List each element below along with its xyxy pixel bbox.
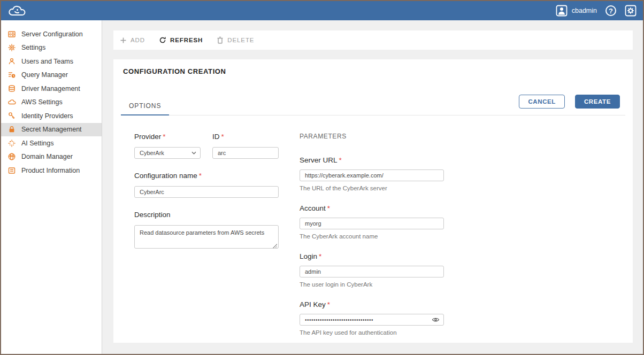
required-asterisk: * <box>339 156 342 164</box>
user-name: cbadmin <box>572 7 597 14</box>
sidebar-item-secret-management[interactable]: Secret Management <box>1 123 102 137</box>
required-asterisk: * <box>221 133 224 141</box>
account-label: Account* <box>300 204 444 212</box>
id-input[interactable] <box>212 147 279 159</box>
login-hint: The user login in CyberArk <box>300 281 444 288</box>
plus-icon <box>120 37 127 44</box>
toolbar: ADD REFRESH DELETE <box>113 30 633 50</box>
top-header-bar: cbadmin ? <box>1 1 643 20</box>
configuration-name-input[interactable] <box>134 186 279 198</box>
sidebar-item-label: AI Settings <box>21 140 53 147</box>
user-chip[interactable]: cbadmin <box>556 5 597 17</box>
trash-icon <box>217 36 224 44</box>
settings-gear-icon[interactable] <box>625 5 637 17</box>
required-asterisk: * <box>327 204 330 212</box>
required-asterisk: * <box>319 252 321 260</box>
sidebar-item-query-manager[interactable]: Query Manager <box>1 68 102 82</box>
sidebar-item-domain-manager[interactable]: Domain Manager <box>1 150 102 164</box>
cancel-button[interactable]: CANCEL <box>519 95 565 109</box>
api-key-input[interactable] <box>300 314 444 326</box>
page-title: CONFIGURATION CREATION <box>123 67 623 75</box>
sidebar-item-label: Users and Teams <box>21 58 73 65</box>
login-group: Login* The user login in CyberArk <box>300 252 444 288</box>
sidebar-item-label: AWS Settings <box>21 98 63 106</box>
key-icon <box>7 112 16 120</box>
delete-button[interactable]: DELETE <box>217 36 254 44</box>
provider-select[interactable]: CyberArk <box>134 147 201 159</box>
sidebar-item-label: Driver Management <box>21 85 80 92</box>
server-url-hint: The URL of the CyberArk server <box>300 185 444 191</box>
server-url-input[interactable] <box>300 169 444 181</box>
login-label: Login* <box>300 252 444 260</box>
server-url-label: Server URL* <box>300 156 444 164</box>
sidebar-item-label: Identity Providers <box>21 112 73 120</box>
user-avatar-icon <box>556 5 568 17</box>
eye-icon[interactable] <box>432 317 440 323</box>
server-configuration-icon <box>7 30 16 38</box>
main-area: ADD REFRESH DELETE <box>102 20 643 354</box>
sidebar-item-label: Secret Management <box>21 126 82 133</box>
configuration-creation-panel: CONFIGURATION CREATION CANCEL CREATE OPT… <box>113 59 633 343</box>
sidebar-item-label: Settings <box>21 44 45 51</box>
form-actions: CANCEL CREATE <box>519 95 620 109</box>
user-icon <box>7 57 16 66</box>
sidebar-item-users-and-teams[interactable]: Users and Teams <box>1 55 102 68</box>
login-input[interactable] <box>300 266 444 277</box>
sidebar-item-aws-settings[interactable]: AWS Settings <box>1 96 102 110</box>
form-parameters-column: PARAMETERS Server URL* The URL of the Cy… <box>300 133 444 336</box>
sidebar-item-identity-providers[interactable]: Identity Providers <box>1 109 102 123</box>
required-asterisk: * <box>199 172 202 180</box>
parameters-section-label: PARAMETERS <box>300 133 444 140</box>
sidebar-item-settings[interactable]: Settings <box>1 41 102 55</box>
configuration-form: Provider* CyberArk <box>134 133 623 336</box>
globe-icon <box>7 152 16 161</box>
help-icon[interactable]: ? <box>605 5 616 16</box>
provider-label: Provider* <box>134 133 201 141</box>
add-button[interactable]: ADD <box>120 37 145 44</box>
required-asterisk: * <box>327 300 330 308</box>
account-group: Account* The CyberArk account name <box>300 204 444 240</box>
api-key-group: API Key* T <box>300 300 444 336</box>
document-icon <box>7 166 16 175</box>
app-window: cbadmin ? <box>1 1 643 354</box>
chip-icon <box>7 139 16 148</box>
admin-sidebar: Server Configuration Settings <box>1 20 102 354</box>
sidebar-item-label: Product Information <box>21 167 80 174</box>
sidebar-item-product-information[interactable]: Product Information <box>1 164 102 178</box>
header-actions: cbadmin ? <box>556 5 637 17</box>
refresh-button[interactable]: REFRESH <box>159 36 203 44</box>
required-asterisk: * <box>163 133 165 141</box>
chevron-down-icon <box>191 151 196 155</box>
cloudbeaver-logo-icon[interactable] <box>5 3 29 19</box>
api-key-label: API Key* <box>300 300 444 308</box>
description-label: Description <box>134 211 279 219</box>
cloud-icon <box>7 98 16 106</box>
sidebar-item-label: Query Manager <box>21 71 68 79</box>
sidebar-item-server-configuration[interactable]: Server Configuration <box>1 27 102 41</box>
refresh-icon <box>159 36 166 44</box>
provider-selected-value: CyberArk <box>140 150 164 156</box>
resize-handle-icon[interactable] <box>272 243 277 248</box>
api-key-hint: The API key used for authentication <box>300 329 444 336</box>
lock-icon <box>7 125 16 134</box>
id-label: ID* <box>212 133 279 141</box>
configuration-name-label: Configuration name* <box>134 172 279 180</box>
description-textarea[interactable]: Read datasource parameters from AWS secr… <box>134 225 279 249</box>
sidebar-item-ai-settings[interactable]: AI Settings <box>1 136 102 150</box>
form-left-column: Provider* CyberArk <box>134 133 279 336</box>
sidebar-item-driver-management[interactable]: Driver Management <box>1 82 102 96</box>
server-url-group: Server URL* The URL of the CyberArk serv… <box>300 156 444 191</box>
tab-options[interactable]: OPTIONS <box>121 98 169 115</box>
account-input[interactable] <box>300 218 444 229</box>
gear-icon <box>7 43 16 52</box>
query-history-icon <box>7 71 16 79</box>
database-icon <box>7 84 16 93</box>
sidebar-item-label: Server Configuration <box>21 30 83 38</box>
sidebar-item-label: Domain Manager <box>21 153 73 160</box>
account-hint: The CyberArk account name <box>300 233 444 240</box>
create-button[interactable]: CREATE <box>575 95 620 109</box>
